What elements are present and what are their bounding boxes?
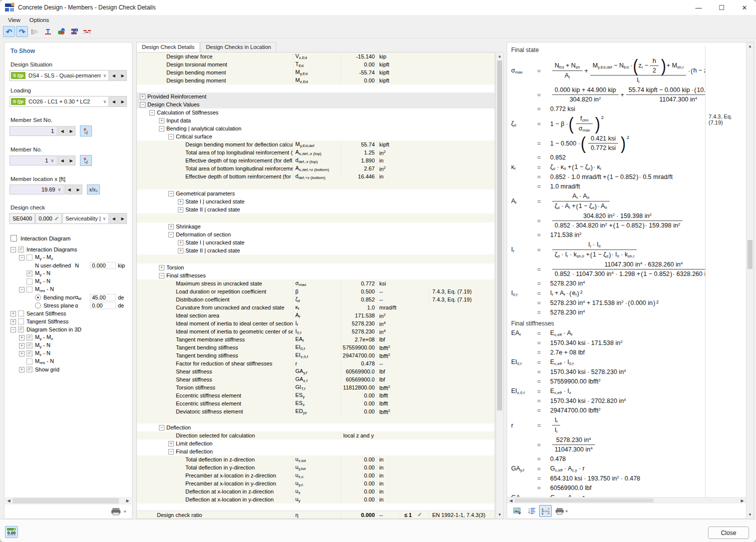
expand-icon[interactable]: + [19, 367, 24, 372]
redo-arrow-button[interactable]: ↷ [16, 26, 28, 37]
collapse-icon[interactable]: − [10, 327, 16, 332]
member-next-button[interactable]: ▶ [67, 156, 75, 166]
table-row[interactable]: Precamber at x-location in y-directionuy… [137, 480, 495, 488]
table-row[interactable]: Eccentric stiffness elementESy0.00lbfft [137, 392, 495, 400]
checkbox-unchecked[interactable] [26, 278, 32, 284]
support-settings-button[interactable] [42, 26, 54, 37]
table-row[interactable]: Design torsional momentTEd0.00kipft [137, 60, 495, 68]
checkbox-checked[interactable] [26, 270, 32, 276]
checkbox-unchecked[interactable] [26, 286, 32, 292]
member-location-prev-button[interactable]: ◀ [65, 184, 73, 194]
design-situation-prev-button[interactable]: ◀ [109, 70, 118, 81]
tab-design-check-details[interactable]: Design Check Details [136, 42, 200, 52]
print-dropdown-icon[interactable]: ▼ [123, 510, 127, 514]
member-set-input[interactable]: 1 [9, 126, 57, 136]
table-row[interactable]: Direction selected for calculationlocal … [137, 432, 495, 440]
expand-icon[interactable]: + [178, 199, 183, 204]
close-button[interactable]: Close [708, 526, 749, 539]
result-values-button[interactable]: i [55, 26, 67, 37]
table-row[interactable]: Deflection at x-location in z-directionu… [137, 488, 495, 496]
loading-next-button[interactable]: ▶ [118, 96, 127, 107]
print-formula-button[interactable]: ▼ [553, 505, 570, 517]
tree-item-value[interactable]: 45.00 [90, 294, 116, 301]
table-row[interactable]: −Final stiffnesses [137, 272, 495, 280]
table-row[interactable]: −Deformation of section [137, 230, 495, 238]
checkbox-checked[interactable] [18, 246, 24, 252]
print-dropdown-icon[interactable]: ▼ [565, 510, 569, 513]
member-set-pick-button[interactable]: ✕ [80, 126, 92, 136]
decimal-places-button[interactable]: 0.00 [5, 526, 18, 538]
tree-item[interactable]: N user-definedN0.000kip [9, 262, 127, 270]
expand-icon[interactable]: + [140, 94, 145, 100]
table-row[interactable]: Effective depth of bottom reinforcement … [137, 172, 495, 180]
checkbox-unchecked[interactable] [26, 358, 32, 364]
expand-icon[interactable]: + [159, 265, 164, 270]
table-row[interactable]: Torsion stiffnessGIT,f11812800.00lbfft2 [137, 384, 495, 392]
print-icon[interactable] [111, 508, 121, 516]
scroll-down-icon[interactable]: ▼ [747, 511, 754, 518]
menu-view[interactable]: View [4, 16, 24, 24]
undo-arrow-button[interactable]: ↶ [3, 26, 15, 37]
table-row[interactable]: +Shrinkage [137, 222, 495, 230]
tree-item[interactable]: Mz - N [9, 278, 127, 286]
section-info-button[interactable]: i [68, 26, 80, 37]
checkbox-checked[interactable] [26, 366, 32, 372]
checkbox-checked[interactable] [26, 334, 32, 340]
checkbox-unchecked[interactable] [26, 254, 32, 260]
member-location-next-button[interactable]: ▶ [74, 184, 82, 194]
xx0-toggle-button[interactable]: x/x₀ [87, 184, 100, 194]
design-check-ratio-row[interactable]: Design check ratioη0.000--≤ 1✓EN 1992-1-… [137, 510, 495, 518]
tree-item[interactable]: −My - Mz [9, 254, 127, 262]
table-row[interactable]: +State I | uncracked state [137, 198, 495, 206]
checkbox-checked[interactable] [26, 342, 32, 348]
collapse-icon[interactable]: − [19, 287, 24, 292]
table-row[interactable]: Maximum stress in uncracked stateσmax0.7… [137, 280, 495, 288]
expand-icon[interactable]: + [19, 351, 24, 356]
interaction-diagram-checkbox[interactable] [10, 235, 17, 242]
details-list-button[interactable] [525, 505, 538, 517]
table-row[interactable]: Tangent bending stiffnessEIz,0,f29474700… [137, 352, 495, 360]
left-panel-hscrollbar[interactable]: ◀ ▶ [5, 497, 131, 504]
table-row[interactable]: +State II | cracked state [137, 206, 495, 214]
collapse-icon[interactable]: − [10, 247, 16, 252]
collapse-icon[interactable]: − [168, 134, 174, 140]
tree-item[interactable]: +Show grid [9, 366, 127, 374]
checkbox-checked[interactable] [26, 350, 32, 356]
table-row[interactable]: −Final deflection [137, 448, 495, 456]
maximize-button[interactable]: ☐ [710, 0, 733, 15]
table-row[interactable]: Precamber at x-location in z-directionuz… [137, 472, 495, 480]
collapse-icon[interactable]: − [168, 232, 174, 238]
smooth-results-button[interactable] [81, 26, 93, 37]
scroll-right-icon[interactable]: ▶ [739, 498, 746, 503]
tree-item[interactable]: Mres - N [9, 358, 127, 366]
radio-selected[interactable] [35, 294, 41, 300]
table-row[interactable]: Effective depth of top reinforcement (fo… [137, 156, 495, 164]
table-row[interactable]: −Bending | analytical calculation [137, 124, 495, 132]
tree-item[interactable]: +My - Mz [9, 334, 127, 342]
scroll-left-icon[interactable]: ◀ [507, 498, 515, 503]
design-situation-next-button[interactable]: ▶ [118, 70, 127, 81]
minimize-button[interactable]: — [687, 0, 710, 15]
collapse-icon[interactable]: − [159, 273, 164, 278]
table-row[interactable]: Distribution coefficientζd0.852--7.4.3, … [137, 296, 495, 304]
collapse-icon[interactable]: − [159, 126, 164, 132]
table-row[interactable]: Eccentric stiffness elementESz0.00lbfft [137, 400, 495, 408]
formula-hscrollbar[interactable]: ◀ ▶ [507, 497, 746, 504]
tree-item[interactable]: +Mz - N [9, 350, 127, 358]
table-row[interactable]: Tangent bending stiffnessEI0,f57559900.0… [137, 344, 495, 352]
expand-icon[interactable]: + [178, 248, 183, 254]
member-pick-button[interactable]: ✕ [80, 155, 92, 166]
tree-item[interactable]: Stress plane anα0.00de [9, 302, 127, 310]
expand-icon[interactable]: + [159, 118, 164, 124]
result-diagram-button[interactable] [29, 26, 41, 37]
table-row[interactable]: Curvature from uncracked and cracked sta… [137, 304, 495, 312]
design-situation-select[interactable]: S Qp DS4 - SLS - Quasi-permanent ∨ [9, 70, 109, 81]
checkbox-checked[interactable] [18, 326, 24, 332]
table-row[interactable]: Deviatoric stiffness elementEDyz0.00lbff… [137, 408, 495, 416]
tree-item[interactable]: −Diagram Section in 3D [9, 326, 127, 334]
expand-icon[interactable]: + [178, 240, 183, 246]
tree-item[interactable]: +My - N [9, 342, 127, 350]
table-row[interactable]: +Input data [137, 116, 495, 124]
scroll-down-icon[interactable]: ▼ [496, 511, 503, 518]
scroll-up-icon[interactable]: ▲ [496, 52, 503, 60]
